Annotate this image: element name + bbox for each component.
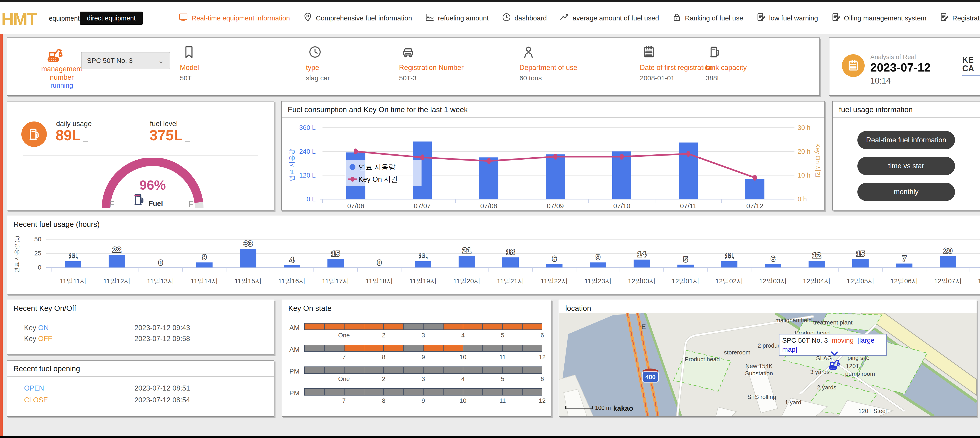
fuel-info-button-monthly[interactable]: monthly <box>858 183 955 201</box>
nav-item-low-fuel-warning[interactable]: low fuel warning <box>756 12 818 24</box>
svg-text:50: 50 <box>34 236 41 243</box>
nav-item-registration-of-fuel-checker[interactable]: Registration of fuel checker <box>939 12 980 24</box>
edge-link[interactable]: KECA <box>962 56 980 76</box>
fuel-level-label: fuel level <box>150 120 178 128</box>
nav-item-label: Ranking of fuel use <box>685 14 743 22</box>
fuel-info-button-time-vs-star[interactable]: time vs star <box>858 157 955 175</box>
segment-off <box>483 367 503 373</box>
key-on-state-card: Key On state AMOne23456AM789101112PMOne2… <box>282 300 551 417</box>
tick-label: 8 <box>373 397 394 405</box>
nav-item-real-time-equipment-information[interactable]: Real-time equipment information <box>178 12 290 24</box>
svg-text:연료 사용량 (L): 연료 사용량 (L) <box>14 236 20 273</box>
recent-fuel-opening-card: Recent fuel opening OPEN2023-07-12 08:51… <box>7 360 274 417</box>
hourly-usage-title: Recent fuel usage (hours) <box>7 216 980 232</box>
doc-icon <box>939 12 949 24</box>
map-label-1-yard: 1 yard <box>785 399 801 406</box>
segment-off <box>463 345 483 351</box>
weekly-chart: 0 L0 h120 L10 h240 L20 h360 L30 h07/0607… <box>282 117 824 210</box>
svg-text:11일14시: 11일14시 <box>191 278 218 285</box>
nav-item-label: Comprehensive fuel information <box>316 14 412 22</box>
svg-text:12: 12 <box>812 251 821 260</box>
nav-item-label: average amount of fuel used <box>573 14 659 22</box>
svg-text:11: 11 <box>725 252 733 260</box>
svg-text:11일21시: 11일21시 <box>497 278 524 285</box>
hourly-usage-card: Recent fuel usage (hours) 025501111일11시2… <box>7 216 980 295</box>
svg-text:9: 9 <box>596 253 600 261</box>
map-label-product-head: Product head <box>685 356 720 363</box>
header: HMT equipment group direct equipment Rea… <box>0 2 980 34</box>
period-label: AM <box>290 346 299 353</box>
key-state-bar <box>304 345 542 352</box>
field-label: type <box>306 63 319 72</box>
equipment-map-marker[interactable] <box>825 351 843 372</box>
nav-item-ranking-of-fuel-use[interactable]: Ranking of fuel use <box>672 12 743 24</box>
fuel-info-buttons: Real-time fuel informationtime vs starmo… <box>833 131 980 201</box>
equipment-group-selector[interactable]: direct equipment <box>80 11 143 25</box>
svg-text:0: 0 <box>377 258 382 267</box>
tick-label: 9 <box>413 397 434 405</box>
calendar-icon <box>641 45 656 60</box>
nav-item-label: Oiling management system <box>844 14 927 22</box>
map-info-status: moving <box>832 336 854 344</box>
key-state-row-3: PM789101112 <box>282 386 551 408</box>
segment-on <box>384 324 404 330</box>
field-label: Model <box>180 63 199 72</box>
svg-text:21: 21 <box>462 246 471 254</box>
tick-label: 11 <box>492 397 513 405</box>
field-value: 2008-01-01 <box>640 74 675 82</box>
nav-item-oiling-management-system[interactable]: Oiling management system <box>831 12 927 24</box>
equipment-status: running <box>37 81 87 89</box>
segment-off <box>523 345 542 351</box>
map-label-malignantfield: malignantfield <box>775 317 812 324</box>
tick-label: 3 <box>413 332 434 339</box>
nav-item-dashboard[interactable]: dashboard <box>501 12 547 24</box>
excavator-icon <box>45 45 65 65</box>
svg-text:11일19시: 11일19시 <box>409 278 437 285</box>
svg-text:12일04시: 12일04시 <box>803 278 831 285</box>
map-label-substation: Substation <box>745 370 773 377</box>
svg-text:120 L: 120 L <box>299 171 316 179</box>
key-state-bar <box>304 367 542 374</box>
key-state-row-2: PMOne23456 <box>282 364 551 386</box>
event-time: 2023-07-12 08:51 <box>134 384 190 392</box>
svg-text:12일00시: 12일00시 <box>628 278 656 285</box>
daily-usage-value: 89L _ <box>56 127 88 144</box>
nav-item-average-amount-of-fuel-used[interactable]: average amount of fuel used <box>559 12 659 24</box>
segment-off <box>325 345 345 351</box>
location-card: location <box>559 300 977 417</box>
equipment-selector[interactable]: SPC 50T No. 3 ⌄ <box>81 52 170 69</box>
fuel-gauge: 96%EFFuel <box>7 158 274 210</box>
map-label-new-154k: New 154K <box>745 363 773 370</box>
segment-off <box>503 345 523 351</box>
route-shield-400: 400 <box>642 368 659 382</box>
map[interactable]: 400 Emalignantfieldtreatment plantProduc… <box>559 313 977 416</box>
map-info-name: SPC 50T No. 3 <box>782 336 828 344</box>
segment-off <box>305 389 325 395</box>
car-icon <box>401 45 415 60</box>
svg-text:07/08: 07/08 <box>480 202 497 209</box>
svg-text:6: 6 <box>771 254 775 263</box>
svg-text:12일03시: 12일03시 <box>759 278 787 285</box>
daily-usage-label: daily usage <box>56 120 92 128</box>
svg-text:12일02시: 12일02시 <box>716 278 743 285</box>
svg-text:11일23시: 11일23시 <box>584 278 612 285</box>
equipment-selector-value: SPC 50T No. 3 <box>87 57 133 65</box>
svg-text:07/06: 07/06 <box>347 202 364 209</box>
svg-text:0: 0 <box>38 264 41 271</box>
map-label-treatment-plant: treatment plant <box>813 319 853 326</box>
segment-on <box>345 324 364 330</box>
segment-off <box>423 324 443 330</box>
nav-item-comprehensive-fuel-information[interactable]: Comprehensive fuel information <box>303 12 412 24</box>
tick-label: 10 <box>453 354 473 361</box>
key-on-state-title: Key On state <box>282 300 551 316</box>
nav-item-label: Registration of fuel checker <box>952 14 980 22</box>
tick-label: 2 <box>373 376 394 382</box>
key-state-row-1: AM789101112 <box>282 343 551 364</box>
field-value: 50T <box>180 74 192 82</box>
nav-item-refueling-amount[interactable]: refueling amount <box>425 12 488 24</box>
svg-text:11일22시: 11일22시 <box>541 278 568 285</box>
calendar-circle-icon <box>842 54 865 77</box>
svg-text:100 m: 100 m <box>595 405 611 411</box>
fuel-info-button-real-time-fuel-information[interactable]: Real-time fuel information <box>858 131 955 149</box>
segment-on <box>444 345 463 351</box>
